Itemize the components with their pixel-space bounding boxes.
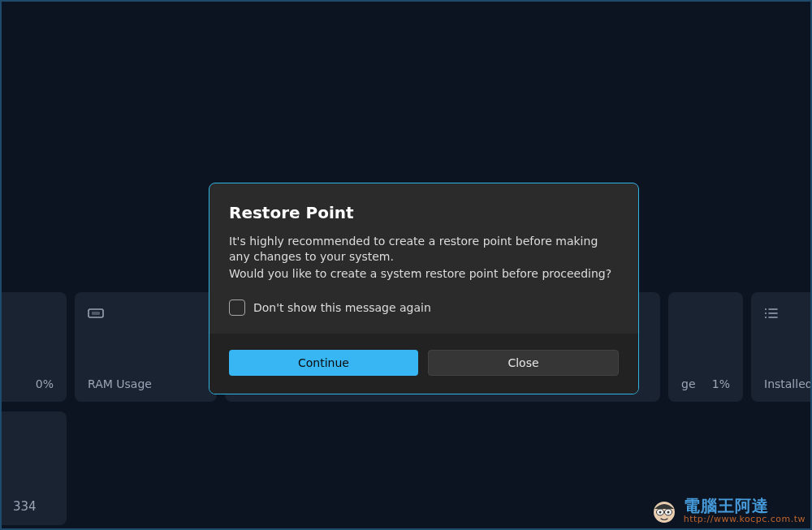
watermark-face-icon — [650, 496, 679, 525]
dont-show-again-checkbox[interactable] — [229, 299, 245, 316]
svg-point-12 — [667, 511, 669, 514]
watermark-url: http://www.kocpc.com.tw — [684, 515, 806, 524]
stat-card-usage: ge 1% — [668, 292, 743, 402]
usage-label-truncated: ge — [681, 377, 696, 390]
dialog-text-line1: It's highly recommended to create a rest… — [229, 234, 619, 265]
restore-point-dialog: Restore Point It's highly recommended to… — [209, 183, 639, 394]
installed-label: Installed — [764, 377, 812, 390]
processes-count: 334 — [13, 499, 37, 514]
dont-show-again-label: Don't show this message again — [253, 301, 431, 314]
ram-label: RAM Usage — [88, 377, 152, 390]
svg-point-4 — [765, 312, 767, 314]
dialog-text-line2: Would you like to create a system restor… — [229, 266, 619, 282]
watermark-title: 電腦王阿達 — [684, 498, 806, 515]
svg-point-11 — [659, 511, 661, 514]
dialog-footer: Continue Close — [209, 334, 638, 394]
stat-card-cpu: 0% — [0, 292, 67, 402]
stat-card-processes: 334 — [0, 412, 67, 525]
watermark-text: 電腦王阿達 http://www.kocpc.com.tw — [684, 498, 806, 524]
stat-card-installed: Installed — [751, 292, 812, 402]
ram-icon — [88, 307, 204, 320]
svg-point-2 — [765, 308, 767, 310]
dont-show-again-row: Don't show this message again — [229, 299, 619, 316]
usage-value: 1% — [712, 377, 730, 390]
continue-button[interactable]: Continue — [229, 350, 418, 376]
stats-cards-row-2: 334 — [0, 412, 67, 525]
list-icon — [764, 307, 799, 320]
dialog-body: Restore Point It's highly recommended to… — [209, 183, 638, 334]
dialog-title: Restore Point — [229, 203, 619, 222]
svg-point-6 — [765, 317, 767, 318]
cpu-value: 0% — [36, 377, 54, 390]
close-button[interactable]: Close — [428, 350, 619, 376]
stat-card-ram: RAM Usage — [75, 292, 217, 402]
svg-rect-1 — [92, 312, 100, 315]
watermark: 電腦王阿達 http://www.kocpc.com.tw — [650, 496, 806, 525]
